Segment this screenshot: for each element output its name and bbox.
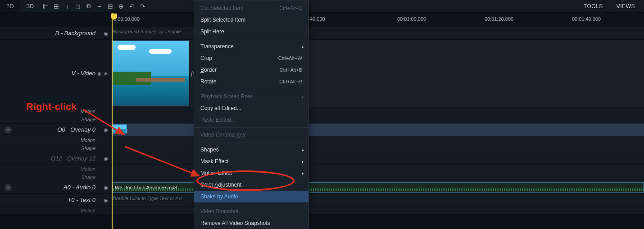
- menu-item-label: Remove All Video Snapshots: [200, 220, 270, 226]
- undo-icon[interactable]: ↶: [127, 1, 137, 12]
- menu-shortcut: Ctrl+Alt+C: [279, 5, 302, 11]
- sub-content[interactable]: [112, 206, 644, 214]
- track-content-text0[interactable]: Double Click to Type Text or Ad: [112, 194, 644, 206]
- timeline-ruler[interactable]: 0:00:00.000 40.000 00:01:00.000 00:01:20…: [112, 13, 644, 27]
- track-content-background[interactable]: Background Images, or Double: [112, 27, 644, 39]
- menu-views[interactable]: VIEWS: [617, 3, 635, 9]
- track-video-shape: Shape: [0, 115, 644, 124]
- sub-content[interactable]: [112, 165, 644, 173]
- menu-item-split-here[interactable]: Split Here: [194, 26, 308, 37]
- menu-item-crop[interactable]: CropCtrl+Alt+W: [194, 52, 308, 64]
- annotation-text: Right-click: [26, 101, 77, 113]
- sub-label: Shape: [81, 116, 95, 123]
- track-overlay0: + O0 - Overlay 0 ◉: [0, 124, 644, 136]
- track-header-video[interactable]: V - Video ◉ 🕩: [0, 40, 112, 107]
- track-text0-motion: Motion: [0, 206, 644, 215]
- track-header-audio0[interactable]: + A0 - Audio 0 ◉: [0, 181, 112, 193]
- track-label: A0 - Audio 0: [63, 184, 95, 191]
- minus-icon[interactable]: −: [94, 1, 105, 12]
- track-icons[interactable]: ◉ 🕩: [97, 70, 108, 76]
- submenu-arrow-icon: ▸: [302, 171, 304, 176]
- menu-item-label: Shake by Audio: [200, 193, 238, 200]
- menu-item-playback-speed-rate: Playback Speed Rate▸: [194, 91, 308, 102]
- sub-label: Shape: [81, 174, 95, 180]
- visibility-icon[interactable]: ◉: [104, 127, 108, 133]
- menu-item-border[interactable]: BorderCtrl+Alt+B: [194, 64, 308, 76]
- menu-item-copy-all-edited-[interactable]: Copy all Edited...: [194, 102, 308, 114]
- submenu-arrow-icon: ▸: [302, 159, 304, 164]
- tab-3d[interactable]: 3D: [20, 0, 41, 12]
- plus-circle-icon[interactable]: ⊕: [116, 1, 127, 12]
- sub-content[interactable]: [112, 173, 644, 181]
- crop-icon[interactable]: ⧉: [83, 1, 94, 12]
- track-label: T0 - Text 0: [68, 197, 95, 203]
- sub-label: Motion: [81, 207, 95, 214]
- sub-shape: Shape: [0, 115, 112, 123]
- menu-separator: [194, 204, 308, 204]
- sub-label: Shape: [81, 145, 95, 151]
- track-header-text0[interactable]: T0 - Text 0 ◉: [0, 194, 112, 206]
- select-box-icon[interactable]: ◻: [73, 1, 83, 12]
- menu-shortcut: Ctrl+Alt+R: [279, 79, 302, 84]
- visibility-icon[interactable]: ◉: [104, 156, 108, 161]
- track-overlay0-shape: Shape: [0, 144, 644, 152]
- menu-shortcut: Ctrl+Alt+W: [278, 55, 302, 61]
- track-video-motion: Motion: [0, 107, 644, 115]
- sub-content[interactable]: [112, 107, 644, 115]
- menu-item-rotate[interactable]: RotateCtrl+Alt+R: [194, 76, 308, 87]
- menu-item-label: Shapes: [200, 147, 219, 153]
- menu-tools[interactable]: TOOLS: [584, 3, 603, 9]
- sub-content[interactable]: [112, 136, 644, 144]
- menu-separator: [194, 142, 308, 142]
- tab-2d[interactable]: 2D: [0, 0, 20, 12]
- submenu-arrow-icon: ▸: [302, 147, 304, 152]
- sub-content[interactable]: [112, 144, 644, 152]
- track-content-audio0[interactable]: We Don't Talk Anymore.mp3: [112, 181, 644, 193]
- track-content-overlay0[interactable]: [112, 124, 644, 136]
- playhead[interactable]: [112, 13, 113, 229]
- visibility-icon[interactable]: ◉: [104, 184, 108, 190]
- menu-item-shapes[interactable]: Shapes▸: [194, 144, 308, 156]
- menu-shortcut: Ctrl+Alt+B: [280, 67, 302, 73]
- ruler-mark: 00:01:00.000: [397, 16, 426, 22]
- track-content-video[interactable]: (str: [112, 40, 644, 107]
- sub-label: Motion: [81, 108, 95, 114]
- track-text0: T0 - Text 0 ◉ Double Click to Type Text …: [0, 194, 644, 206]
- video-clip[interactable]: [113, 41, 189, 105]
- track-header-overlay0[interactable]: + O0 - Overlay 0 ◉: [0, 124, 112, 136]
- menu-item-label: Playback Speed Rate: [200, 93, 252, 100]
- toolbar-left: 2D 3D ⊫ ⊞ ↓ ◻ ⧉ − ⊟ ⊕ ↶ ↷: [0, 0, 148, 12]
- menu-item-video-snapshot: Video Snapshot: [194, 206, 308, 217]
- sub-motion: Motion: [0, 136, 112, 144]
- visibility-icon[interactable]: ◉: [104, 30, 108, 36]
- visibility-icon[interactable]: ◉: [104, 197, 108, 203]
- placeholder-text: Background Images, or Double: [113, 29, 181, 34]
- ruler-mark: 40.000: [310, 16, 325, 22]
- add-track-button[interactable]: +: [5, 184, 12, 191]
- menu-item-remove-all-video-snapshots[interactable]: Remove All Video Snapshots: [194, 217, 308, 229]
- menu-item-label: Copy all Edited...: [200, 105, 241, 111]
- tracks-area: B - Background ◉ Background Images, or D…: [0, 27, 644, 229]
- arrow-down-icon[interactable]: ↓: [62, 1, 73, 12]
- menu-item-mask-effect[interactable]: Mask Effect▸: [194, 156, 308, 167]
- overlay-clip[interactable]: [113, 124, 127, 133]
- menu-item-split-selected-item[interactable]: Split Selected Item: [194, 14, 308, 26]
- align-left-icon[interactable]: ⊫: [40, 1, 51, 12]
- line-icon[interactable]: ⊟: [105, 1, 116, 12]
- redo-icon[interactable]: ↷: [137, 1, 148, 12]
- ruler-mark: 00:01:40.000: [572, 16, 601, 22]
- track-content-overlay12[interactable]: [112, 152, 644, 165]
- menu-separator: [194, 39, 308, 39]
- add-track-button[interactable]: +: [5, 126, 12, 133]
- sub-content[interactable]: [112, 115, 644, 123]
- menu-item-shake-by-audio[interactable]: Shake by Audio: [194, 191, 308, 202]
- menu-item-label: Crop: [200, 55, 212, 61]
- audio-clip[interactable]: We Don't Talk Anymore.mp3: [113, 182, 644, 193]
- menu-item-transparence[interactable]: Transparence▸: [194, 41, 308, 52]
- track-label: O12 - Overlay 12: [51, 155, 95, 162]
- track-header-overlay12[interactable]: O12 - Overlay 12 ◉: [0, 152, 112, 165]
- track-overlay0-motion: Motion: [0, 136, 644, 144]
- grid-icon[interactable]: ⊞: [51, 1, 62, 12]
- ruler-mark: 00:01:20.000: [485, 16, 513, 22]
- track-header-background[interactable]: B - Background ◉: [0, 27, 112, 39]
